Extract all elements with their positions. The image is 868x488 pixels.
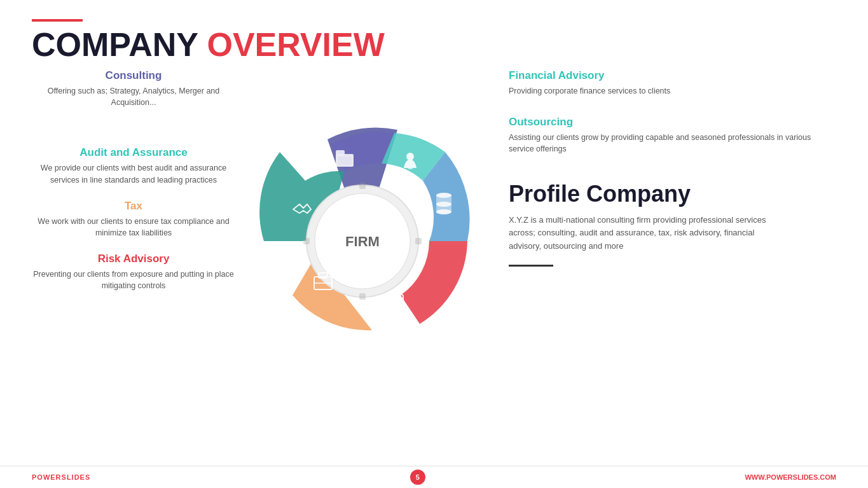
footer-brand-red: SLIDES [62,473,91,481]
footer-brand-black: POWER [32,473,62,481]
left-panel: Consulting Offering such as; Strategy, A… [32,69,242,291]
profile-title: Profile Company [509,181,836,207]
center-diagram: FIRM [242,69,483,387]
footer-brand: POWERSLIDES [32,473,90,481]
tax-title: Tax [32,200,235,213]
diagram-svg: FIRM [242,69,483,387]
footer: POWERSLIDES 5 WWW.POWERSLIDES.COM [0,466,868,488]
audit-desc: We provide our clients with best audit a… [32,162,235,185]
outsourcing-desc: Assisting our clients grow by providing … [509,132,836,155]
consulting-title: Consulting [32,69,235,82]
risk-desc: Preventing our clients from exposure and… [32,268,235,291]
footer-page-number: 5 [410,470,425,485]
svg-rect-19 [303,238,310,244]
service-tax: Tax We work with our clients to ensure t… [32,200,235,239]
outsourcing-title: Outsourcing [509,116,836,129]
svg-rect-7 [408,163,413,169]
service-financial: Financial Advisory Providing corporate f… [509,69,836,97]
slide-title: COMPANY OVERVIEW [32,27,836,63]
service-audit: Audit and Assurance We provide our clien… [32,146,235,185]
slide: COMPANY OVERVIEW Consulting Offering suc… [0,0,868,488]
footer-website: WWW.POWERSLIDES.COM [745,473,836,481]
right-services: Financial Advisory Providing corporate f… [509,69,836,155]
title-overview: OVERVIEW [207,26,384,63]
service-outsourcing: Outsourcing Assisting our clients grow b… [509,116,836,155]
service-consulting: Consulting Offering such as; Strategy, A… [32,69,235,108]
right-panel: Financial Advisory Providing corporate f… [483,69,836,267]
consulting-desc: Offering such as; Strategy, Analytics, M… [32,85,235,108]
profile-desc: X.Y.Z is a multi-national consulting fir… [509,214,782,253]
header-bar [32,19,83,22]
audit-title: Audit and Assurance [32,146,235,159]
main-content: Consulting Offering such as; Strategy, A… [32,69,836,387]
financial-desc: Providing corporate finance services to … [509,85,836,97]
profile-section: Profile Company X.Y.Z is a multi-nationa… [509,181,836,267]
profile-line [509,265,553,267]
title-company: COMPANY [32,26,207,63]
svg-point-12 [436,209,451,214]
service-risk: Risk Advisory Preventing our clients fro… [32,253,235,291]
svg-text:FIRM: FIRM [345,234,380,249]
svg-rect-20 [415,238,422,244]
risk-title: Risk Advisory [32,253,235,265]
svg-rect-18 [359,293,366,300]
svg-rect-4 [336,150,345,155]
tax-desc: We work with our clients to ensure tax c… [32,216,235,239]
financial-title: Financial Advisory [509,69,836,82]
svg-rect-17 [359,183,366,189]
